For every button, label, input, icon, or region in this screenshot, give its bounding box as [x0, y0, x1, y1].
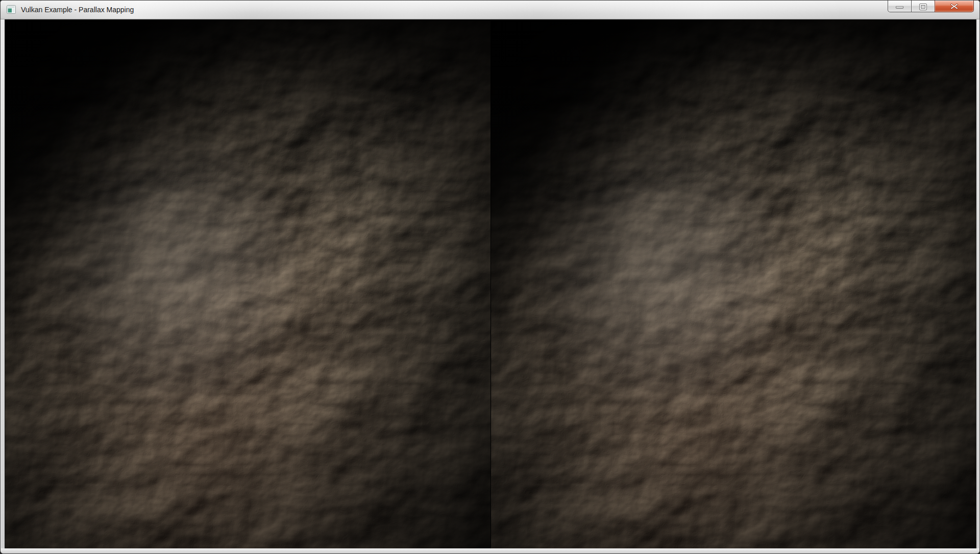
maximize-button[interactable]: [911, 1, 935, 12]
render-viewport[interactable]: [5, 19, 976, 549]
maximize-icon: [920, 4, 926, 10]
minimize-icon: [896, 6, 903, 8]
minimize-button[interactable]: [888, 1, 912, 12]
render-panel-right: [491, 20, 976, 549]
application-window-icon: [7, 5, 16, 14]
window-controls: [888, 1, 974, 12]
window-title: Vulkan Example - Parallax Mapping: [21, 1, 134, 19]
window-frame-bottom: [1, 548, 979, 553]
close-icon: [949, 3, 959, 10]
stone-wall-render-right: [491, 20, 976, 549]
app-icon[interactable]: [7, 5, 16, 14]
close-button[interactable]: [935, 1, 974, 12]
app-window: Vulkan Example - Parallax Mapping: [0, 0, 980, 554]
stone-wall-render-left: [5, 20, 491, 549]
render-panel-left: [5, 20, 491, 549]
titlebar[interactable]: Vulkan Example - Parallax Mapping: [1, 1, 979, 19]
